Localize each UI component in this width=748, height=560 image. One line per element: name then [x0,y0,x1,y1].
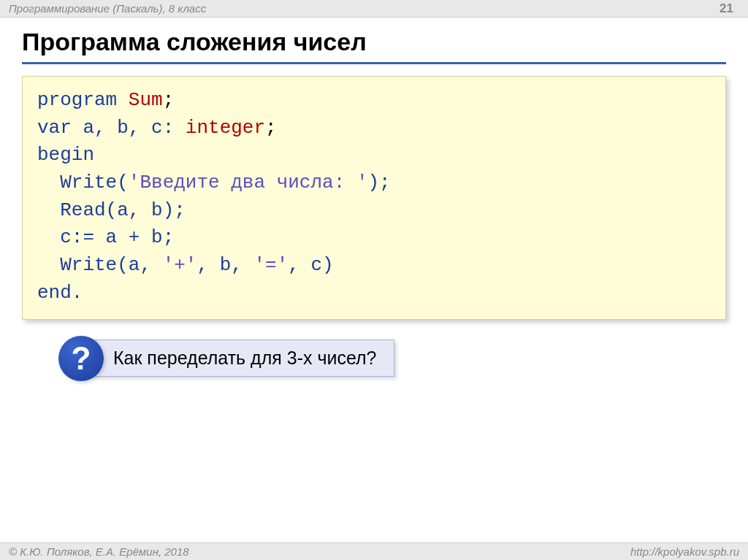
website-url: http://kpolyakov.spb.ru [630,545,739,558]
code-line-3: begin [37,142,711,169]
code-line-1: program Sum; [37,87,711,115]
question-callout: ? Как переделать для 3-х чисел? [58,336,748,381]
page-number: 21 [720,1,739,16]
copyright: © К.Ю. Поляков, Е.А. Ерёмин, 2018 [9,545,189,558]
title-underline [22,62,726,64]
slide-title: Программа сложения чисел [0,18,748,62]
question-mark-icon: ? [58,336,104,381]
question-text: Как переделать для 3-х чисел? [92,340,394,377]
code-line-8: end. [37,280,711,307]
slide-footer: © К.Ю. Поляков, Е.А. Ерёмин, 2018 http:/… [0,542,748,560]
code-line-4: Write('Введите два числа: '); [37,169,711,197]
code-line-7: Write(a, '+', b, '=', c) [37,252,711,280]
code-line-2: var a, b, c: integer; [37,115,711,142]
slide-header: Программирование (Паскаль), 8 класс 21 [0,0,748,18]
code-line-6: c:= a + b; [37,224,711,252]
code-block: program Sum; var a, b, c: integer; begin… [22,76,726,320]
course-title: Программирование (Паскаль), 8 класс [9,2,206,15]
code-line-5: Read(a, b); [37,197,711,225]
